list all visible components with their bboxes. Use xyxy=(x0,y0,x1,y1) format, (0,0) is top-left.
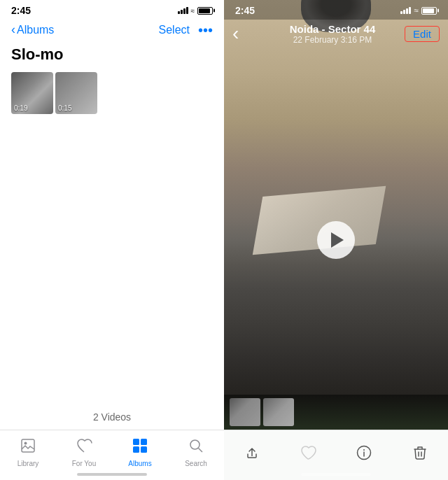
tab-albums-label: Albums xyxy=(128,460,151,467)
tab-albums[interactable]: Albums xyxy=(112,437,168,467)
video-duration-2: 0:15 xyxy=(58,104,71,112)
left-nav-bar: ‹ Albums Select ••• xyxy=(0,20,224,43)
tab-search-label: Search xyxy=(185,460,207,467)
tab-for-you-label: For You xyxy=(72,460,96,467)
right-time: 2:45 xyxy=(235,5,255,16)
left-status-icons: ≈ xyxy=(178,7,214,15)
right-status-icons: ≈ xyxy=(400,6,437,15)
wifi-icon: ≈ xyxy=(191,7,195,15)
tab-for-you[interactable]: For You xyxy=(56,437,112,467)
right-wifi-icon: ≈ xyxy=(414,6,419,15)
svg-rect-4 xyxy=(133,446,139,453)
delete-button[interactable] xyxy=(405,437,435,468)
signal-bars-icon xyxy=(178,7,188,14)
right-signal-bars-icon xyxy=(400,7,411,14)
film-thumb-1[interactable] xyxy=(230,398,260,426)
svg-line-7 xyxy=(199,449,203,453)
left-status-bar: 2:45 ≈ xyxy=(0,0,224,20)
play-button[interactable] xyxy=(317,221,355,259)
more-button[interactable]: ••• xyxy=(198,23,213,37)
svg-rect-2 xyxy=(133,439,139,445)
home-indicator xyxy=(77,473,147,476)
right-header: 2:45 ≈ ‹ Noida - Sector 44 xyxy=(224,0,448,49)
svg-point-1 xyxy=(24,442,27,445)
battery-icon xyxy=(197,7,213,15)
photo-title: Noida - Sector 44 xyxy=(260,23,405,35)
albums-back-button[interactable]: ‹ Albums xyxy=(11,22,54,37)
right-back-chevron-icon: ‹ xyxy=(232,22,239,45)
svg-rect-5 xyxy=(141,446,147,453)
right-back-button[interactable]: ‹ xyxy=(232,22,260,45)
back-chevron-icon: ‹ xyxy=(11,22,15,37)
info-button[interactable] xyxy=(349,437,379,468)
svg-point-11 xyxy=(363,449,365,451)
right-battery-icon xyxy=(421,7,437,15)
thumbnails-row: 0:19 0:15 xyxy=(0,72,224,114)
share-button[interactable] xyxy=(237,437,267,468)
album-title: Slo-mo xyxy=(0,43,224,72)
tab-library[interactable]: Library xyxy=(0,437,56,467)
left-panel: 2:45 ≈ ‹ Albums Select ••• Slo-mo xyxy=(0,0,224,480)
svg-point-6 xyxy=(190,440,200,449)
left-time: 2:45 xyxy=(11,5,31,16)
videos-count: 2 Videos xyxy=(0,404,224,430)
tab-library-label: Library xyxy=(18,460,39,467)
play-triangle-icon xyxy=(331,232,344,248)
search-icon xyxy=(188,437,204,458)
right-title-area: Noida - Sector 44 22 February 3:16 PM xyxy=(260,23,405,45)
tab-search[interactable]: Search xyxy=(168,437,224,467)
nav-actions: Select ••• xyxy=(159,23,213,37)
edit-button[interactable]: Edit xyxy=(405,26,440,42)
for-you-icon xyxy=(76,437,92,458)
filmstrip xyxy=(224,395,448,430)
right-nav-bar: ‹ Noida - Sector 44 22 February 3:16 PM … xyxy=(224,20,448,49)
svg-rect-0 xyxy=(22,439,34,452)
video-thumbnail-1[interactable]: 0:19 xyxy=(11,72,53,114)
heart-button[interactable] xyxy=(293,437,323,468)
right-status-bar: 2:45 ≈ xyxy=(224,0,448,20)
film-thumb-2[interactable] xyxy=(263,398,294,426)
back-label: Albums xyxy=(17,24,54,36)
select-button[interactable]: Select xyxy=(159,24,190,36)
photo-subtitle: 22 February 3:16 PM xyxy=(260,35,405,45)
albums-icon xyxy=(132,437,148,458)
right-panel: 2:45 ≈ ‹ Noida - Sector 44 xyxy=(224,0,448,480)
video-duration-1: 0:19 xyxy=(14,104,27,112)
library-icon xyxy=(20,437,36,458)
bottom-actions xyxy=(224,430,448,480)
svg-rect-3 xyxy=(141,439,147,445)
video-thumbnail-2[interactable]: 0:15 xyxy=(55,72,97,114)
